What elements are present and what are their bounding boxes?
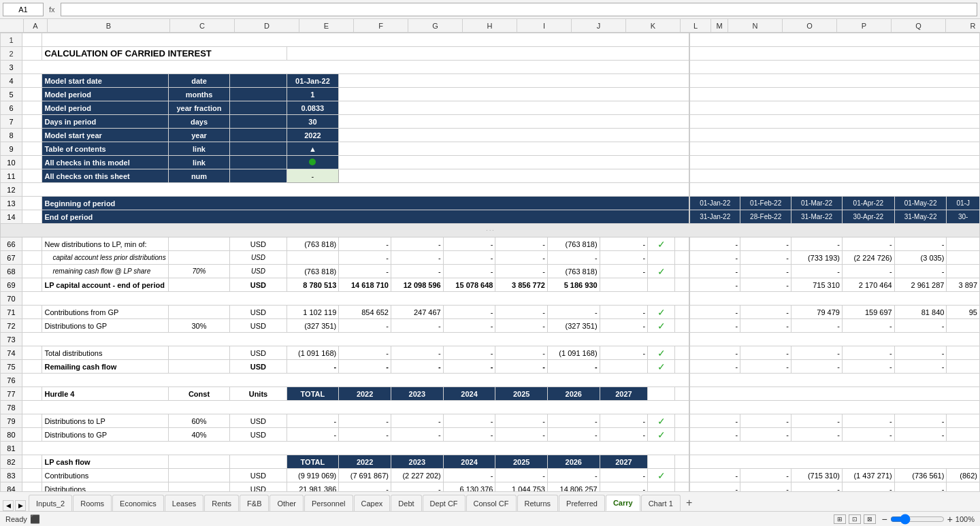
- cell-N11[interactable]: [689, 169, 979, 183]
- zoom-out-icon[interactable]: −: [881, 514, 887, 525]
- cell-A4[interactable]: [22, 74, 42, 88]
- col-I[interactable]: I: [517, 19, 572, 32]
- cell-N7[interactable]: [689, 115, 979, 129]
- zoom-slider[interactable]: [890, 514, 945, 525]
- cell-A70[interactable]: [22, 292, 689, 306]
- cell-A78[interactable]: [22, 401, 689, 414]
- col-D[interactable]: D: [235, 19, 299, 32]
- cell-F9[interactable]: [339, 142, 689, 156]
- tab-next-arrow[interactable]: ▶: [15, 500, 26, 511]
- cell-A80[interactable]: [22, 428, 42, 442]
- tab-capex[interactable]: Capex: [354, 495, 391, 511]
- cell-A5[interactable]: [22, 88, 42, 101]
- cell-A6[interactable]: [22, 101, 42, 115]
- name-box[interactable]: [3, 3, 44, 16]
- cell-A9[interactable]: [22, 142, 42, 156]
- cell-N4[interactable]: [689, 74, 979, 88]
- zoom-in-icon[interactable]: +: [947, 514, 953, 525]
- cell-A76[interactable]: [22, 374, 689, 387]
- cell-A11[interactable]: [22, 169, 42, 183]
- cell-N78[interactable]: [689, 401, 979, 414]
- cell-F6[interactable]: [339, 101, 689, 115]
- col-M[interactable]: M: [711, 19, 728, 32]
- col-O[interactable]: O: [783, 19, 837, 32]
- cell-A73[interactable]: [22, 333, 689, 346]
- cell-E10[interactable]: [287, 156, 339, 169]
- tab-chart1[interactable]: Chart 1: [641, 495, 681, 511]
- tab-rents[interactable]: Rents: [204, 495, 239, 511]
- tab-preferred[interactable]: Preferred: [559, 495, 605, 511]
- tab-inputs2[interactable]: Inputs_2: [29, 495, 72, 511]
- cell-F10[interactable]: [339, 156, 689, 169]
- cell-A1[interactable]: [22, 33, 42, 47]
- cell-A72[interactable]: [22, 319, 42, 333]
- cell-A74[interactable]: [22, 346, 42, 360]
- cell-N5[interactable]: [689, 88, 979, 101]
- cell-A12[interactable]: [22, 183, 689, 197]
- cell-A7[interactable]: [22, 115, 42, 129]
- page-break-icon[interactable]: ⊠: [864, 514, 876, 524]
- tab-consolcf[interactable]: Consol CF: [466, 495, 517, 511]
- cell-N76[interactable]: [689, 374, 979, 387]
- cell-E2[interactable]: [287, 47, 689, 61]
- cell-F8[interactable]: [339, 129, 689, 142]
- cell-A10[interactable]: [22, 156, 42, 169]
- cell-A77[interactable]: [22, 387, 42, 401]
- col-B[interactable]: B: [48, 19, 170, 32]
- col-F[interactable]: F: [354, 19, 408, 32]
- tab-rooms[interactable]: Rooms: [73, 495, 112, 511]
- col-R[interactable]: R: [946, 19, 980, 32]
- tab-debt[interactable]: Debt: [391, 495, 421, 511]
- col-C[interactable]: C: [170, 19, 235, 32]
- cell-N1[interactable]: [689, 33, 979, 47]
- col-N[interactable]: N: [728, 19, 783, 32]
- cell-A68[interactable]: [22, 265, 42, 278]
- tab-fb[interactable]: F&B: [240, 495, 269, 511]
- normal-view-icon[interactable]: ⊞: [834, 514, 846, 524]
- col-Q[interactable]: Q: [892, 19, 946, 32]
- cell-A2[interactable]: [22, 47, 42, 61]
- col-K[interactable]: K: [626, 19, 681, 32]
- tab-other[interactable]: Other: [270, 495, 304, 511]
- cell-E11[interactable]: -: [287, 169, 339, 183]
- cell-A14[interactable]: [22, 210, 42, 224]
- col-H[interactable]: H: [463, 19, 517, 32]
- cell-A67[interactable]: [22, 251, 42, 265]
- cell-A81[interactable]: [22, 442, 689, 455]
- page-layout-icon[interactable]: ⊡: [849, 514, 861, 524]
- col-J[interactable]: J: [572, 19, 626, 32]
- cell-N77[interactable]: [689, 387, 979, 401]
- cell-A8[interactable]: [22, 129, 42, 142]
- cell-N82[interactable]: [689, 455, 979, 469]
- cell-N9[interactable]: [689, 142, 979, 156]
- col-G[interactable]: G: [408, 19, 463, 32]
- cell-A71[interactable]: [22, 306, 42, 319]
- cell-A66[interactable]: [22, 237, 42, 251]
- cell-E9[interactable]: ▲: [287, 142, 339, 156]
- cell-N81[interactable]: [689, 442, 979, 455]
- tab-personnel[interactable]: Personnel: [304, 495, 353, 511]
- tab-leases[interactable]: Leases: [165, 495, 203, 511]
- cell-A13[interactable]: [22, 197, 42, 210]
- cell-A82[interactable]: [22, 455, 42, 469]
- cell-F5[interactable]: [339, 88, 689, 101]
- col-P[interactable]: P: [837, 19, 892, 32]
- formula-input[interactable]: [61, 3, 977, 16]
- cell-B1[interactable]: [42, 33, 689, 47]
- cell-F11[interactable]: [339, 169, 689, 183]
- tab-deptcf[interactable]: Dept CF: [423, 495, 466, 511]
- cell-A84[interactable]: [22, 482, 42, 492]
- tab-economics[interactable]: Economics: [112, 495, 164, 511]
- cell-F7[interactable]: [339, 115, 689, 129]
- col-E[interactable]: E: [299, 19, 354, 32]
- cell-N2[interactable]: [689, 47, 979, 61]
- cell-N3[interactable]: [689, 61, 979, 74]
- tab-add-button[interactable]: +: [681, 495, 698, 511]
- tab-prev-arrow[interactable]: ◀: [3, 500, 14, 511]
- cell-N10[interactable]: [689, 156, 979, 169]
- cell-N8[interactable]: [689, 129, 979, 142]
- cell-N6[interactable]: [689, 101, 979, 115]
- cell-A83[interactable]: [22, 469, 42, 482]
- tab-returns[interactable]: Returns: [517, 495, 559, 511]
- col-L[interactable]: L: [681, 19, 711, 32]
